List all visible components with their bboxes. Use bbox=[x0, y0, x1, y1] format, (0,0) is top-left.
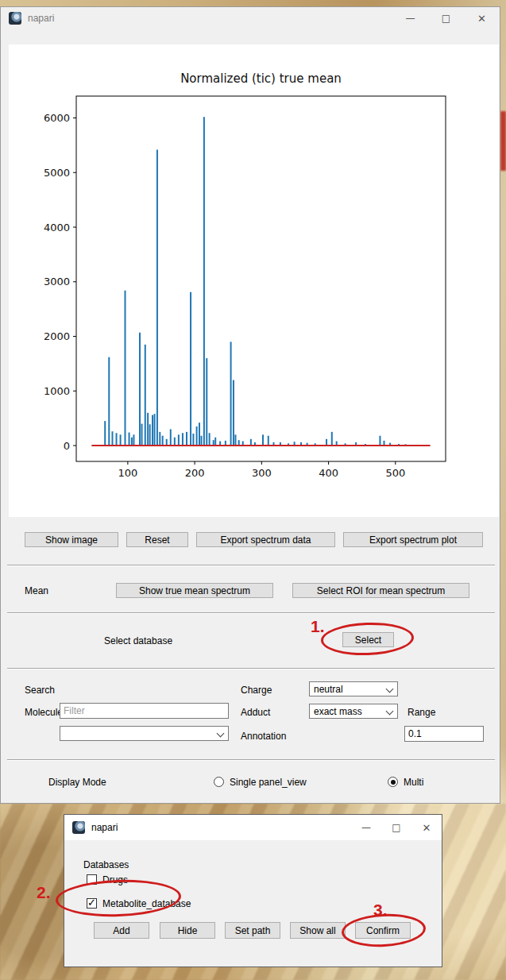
napari-app-icon bbox=[72, 821, 85, 834]
svg-text:400: 400 bbox=[319, 467, 338, 479]
range-label: Range bbox=[408, 707, 435, 718]
svg-text:2000: 2000 bbox=[44, 330, 70, 342]
separator bbox=[7, 565, 495, 566]
radio-single-panel-view-label[interactable]: Single panel_view bbox=[230, 777, 307, 788]
separator bbox=[7, 759, 495, 761]
hide-button[interactable]: Hide bbox=[160, 922, 215, 939]
show-all-button[interactable]: Show all bbox=[290, 922, 346, 939]
napari-app-icon bbox=[9, 12, 21, 25]
molecule-label: Molecule bbox=[25, 707, 63, 718]
add-button[interactable]: Add bbox=[94, 922, 149, 939]
molecule-filter-input[interactable] bbox=[60, 703, 229, 719]
search-label: Search bbox=[25, 685, 55, 696]
dialog-window-controls: — □ ✕ bbox=[351, 815, 442, 840]
annotation-label: Annotation bbox=[241, 731, 286, 742]
svg-text:5000: 5000 bbox=[44, 167, 70, 179]
export-spectrum-plot-button[interactable]: Export spectrum plot bbox=[343, 532, 483, 547]
databases-group-label: Databases bbox=[83, 859, 129, 870]
export-spectrum-data-button[interactable]: Export spectrum data bbox=[196, 532, 335, 547]
step-2-number: 2. bbox=[37, 883, 51, 902]
svg-text:300: 300 bbox=[252, 467, 272, 479]
mean-label: Mean bbox=[25, 585, 48, 596]
select-database-label: Select database bbox=[104, 635, 172, 646]
svg-text:200: 200 bbox=[185, 467, 205, 479]
dialog-titlebar[interactable]: napari — □ ✕ bbox=[64, 815, 442, 840]
show-image-button[interactable]: Show image bbox=[25, 532, 118, 547]
molecule-result-dropdown[interactable] bbox=[60, 726, 229, 741]
adduct-label: Adduct bbox=[241, 707, 270, 718]
step-1-number: 1. bbox=[311, 617, 325, 636]
radio-single-panel-view[interactable] bbox=[214, 777, 224, 787]
charge-dropdown[interactable]: neutral bbox=[309, 681, 398, 696]
spectrum-chart: Normalized (tic) true mean10020030040050… bbox=[9, 44, 499, 517]
svg-text:500: 500 bbox=[385, 467, 405, 479]
reset-button[interactable]: Reset bbox=[126, 532, 188, 547]
maximize-icon[interactable]: □ bbox=[381, 815, 411, 840]
main-titlebar[interactable]: napari — □ ✕ bbox=[1, 7, 500, 29]
adduct-dropdown[interactable]: exact mass bbox=[309, 704, 398, 719]
main-window-title: napari bbox=[28, 13, 54, 24]
charge-dropdown-value: neutral bbox=[314, 684, 343, 695]
dialog-title: napari bbox=[91, 822, 118, 833]
svg-text:100: 100 bbox=[118, 467, 137, 479]
separator bbox=[7, 612, 495, 614]
radio-multi[interactable] bbox=[388, 777, 398, 787]
svg-text:6000: 6000 bbox=[44, 112, 70, 124]
radio-multi-label[interactable]: Multi bbox=[404, 777, 423, 788]
separator bbox=[7, 668, 495, 669]
chevron-down-icon bbox=[217, 730, 225, 738]
desktop-background: napari — □ ✕ Normalized (tic) true mean1… bbox=[0, 0, 506, 980]
minimize-icon[interactable]: — bbox=[392, 7, 428, 29]
display-mode-label: Display Mode bbox=[48, 777, 106, 788]
svg-text:4000: 4000 bbox=[44, 222, 70, 233]
window-controls: — □ ✕ bbox=[392, 7, 500, 29]
wallpaper-poppy-accent bbox=[500, 111, 506, 171]
select-roi-for-mean-spectrum-button[interactable]: Select ROI for mean spectrum bbox=[292, 583, 469, 598]
maximize-icon[interactable]: □ bbox=[428, 7, 464, 29]
charge-label: Charge bbox=[241, 685, 272, 696]
chevron-down-icon bbox=[386, 685, 394, 693]
chevron-down-icon bbox=[386, 708, 394, 716]
svg-text:1000: 1000 bbox=[44, 385, 70, 397]
minimize-icon[interactable]: — bbox=[351, 815, 381, 840]
svg-text:Normalized (tic) true mean: Normalized (tic) true mean bbox=[180, 71, 342, 86]
svg-text:3000: 3000 bbox=[44, 276, 70, 287]
napari-main-window: napari — □ ✕ Normalized (tic) true mean1… bbox=[0, 6, 500, 804]
svg-text:0: 0 bbox=[64, 440, 70, 452]
close-icon[interactable]: ✕ bbox=[464, 7, 500, 29]
close-icon[interactable]: ✕ bbox=[411, 815, 442, 840]
spectrum-plot-panel: Normalized (tic) true mean10020030040050… bbox=[9, 44, 499, 517]
set-path-button[interactable]: Set path bbox=[225, 922, 280, 939]
adduct-dropdown-value: exact mass bbox=[314, 706, 362, 717]
annotation-range-input[interactable] bbox=[404, 726, 484, 742]
show-true-mean-spectrum-button[interactable]: Show true mean spectrum bbox=[116, 583, 273, 598]
